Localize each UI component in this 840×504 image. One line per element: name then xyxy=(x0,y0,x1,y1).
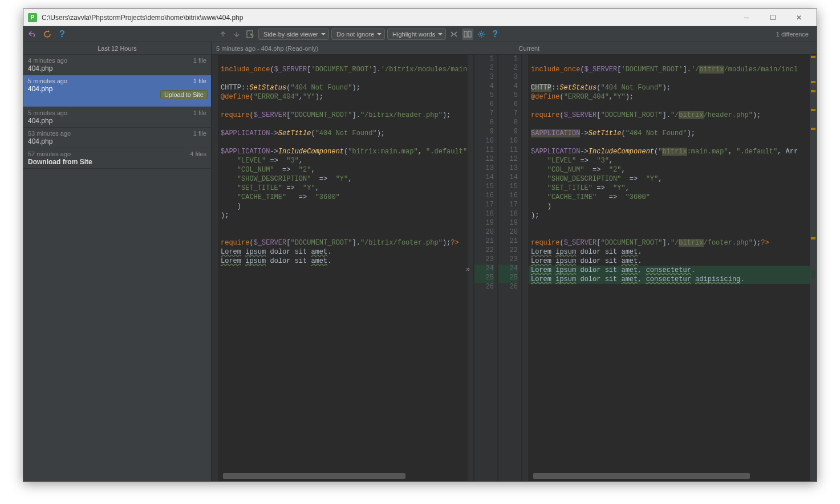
highlight-mode-combo[interactable]: Highlight words xyxy=(387,29,446,40)
added-marker[interactable] xyxy=(811,270,815,279)
svg-rect-2 xyxy=(468,31,471,37)
close-button[interactable]: ✕ xyxy=(786,10,812,26)
left-right-gutter: » xyxy=(467,55,474,481)
history-time: 53 minutes ago xyxy=(28,130,71,137)
maximize-button[interactable]: ☐ xyxy=(760,10,786,26)
toolbar: ? Side-by-side viewer Do not ignore High… xyxy=(23,26,817,42)
history-list[interactable]: 4 minutes ago1 file 404.php 5 minutes ag… xyxy=(23,55,211,481)
history-time: 5 minutes ago xyxy=(28,109,67,116)
history-file: 404.php xyxy=(28,117,206,125)
refresh-icon[interactable] xyxy=(42,29,53,40)
history-file-count: 1 file xyxy=(193,78,206,84)
horizontal-scrollbar[interactable] xyxy=(223,473,405,479)
ignore-mode-combo[interactable]: Do not ignore xyxy=(331,29,385,40)
warning-marker[interactable] xyxy=(811,81,815,83)
help-icon[interactable]: ? xyxy=(56,29,68,40)
history-item[interactable]: 4 minutes ago1 file 404.php xyxy=(23,55,211,75)
diff-headers: 5 minutes ago - 404.php (Read-only) Curr… xyxy=(212,42,817,55)
right-fold-gutter xyxy=(522,55,529,481)
viewer-mode-combo[interactable]: Side-by-side viewer xyxy=(258,29,329,40)
minimize-button[interactable]: ─ xyxy=(733,10,760,26)
app-icon: P xyxy=(28,13,37,22)
middle-gutter: 1234567891011121314151617181920212223242… xyxy=(474,55,522,481)
warning-marker[interactable] xyxy=(811,56,815,58)
local-history-sidebar: Last 12 Hours 4 minutes ago1 file 404.ph… xyxy=(23,42,212,481)
diff-header-right: Current xyxy=(514,42,817,54)
main-body: Last 12 Hours 4 minutes ago1 file 404.ph… xyxy=(23,42,817,481)
upload-badge: Upload to Site xyxy=(160,90,208,99)
diff-header-left: 5 minutes ago - 404.php (Read-only) xyxy=(212,42,514,54)
history-file: 404.php xyxy=(28,64,206,72)
history-item[interactable]: 57 minutes ago4 files Download from Site xyxy=(23,148,211,169)
history-time: 57 minutes ago xyxy=(28,151,71,157)
marker-strip[interactable] xyxy=(810,55,817,481)
right-line-numbers: 1234567891011121314151617181920212223242… xyxy=(498,55,522,481)
history-file-count: 1 file xyxy=(193,57,206,64)
warning-marker[interactable] xyxy=(811,237,815,239)
left-line-numbers: 1234567891011121314151617181920212223242… xyxy=(474,55,498,481)
svg-point-3 xyxy=(480,33,482,35)
ide-window: P C:\Users\zavvla\PhpstormProjects\demo\… xyxy=(23,9,817,482)
edit-source-icon[interactable] xyxy=(245,29,256,40)
difference-count: 1 difference xyxy=(776,31,809,38)
right-pane: include_once($_SERVER['DOCUMENT_ROOT'].'… xyxy=(522,55,817,481)
history-time: 5 minutes ago xyxy=(28,78,67,84)
left-code[interactable]: include_once($_SERVER['DOCUMENT_ROOT'].'… xyxy=(218,55,467,481)
history-file-count: 4 files xyxy=(190,151,206,157)
history-file-count: 1 file xyxy=(193,130,206,137)
arrow-up-icon[interactable] xyxy=(217,29,229,40)
undo-icon[interactable] xyxy=(27,29,38,40)
help-icon-2[interactable]: ? xyxy=(489,29,501,40)
left-pane: include_once($_SERVER['DOCUMENT_ROOT'].'… xyxy=(212,55,474,481)
settings-icon[interactable] xyxy=(476,29,487,40)
svg-rect-1 xyxy=(464,31,467,37)
history-time: 4 minutes ago xyxy=(28,57,67,64)
window-controls: ─ ☐ ✕ xyxy=(733,10,812,26)
insert-chevron-icon[interactable]: » xyxy=(466,266,470,274)
warning-marker[interactable] xyxy=(811,90,815,92)
horizontal-scrollbar[interactable] xyxy=(533,473,750,479)
sync-scroll-icon[interactable] xyxy=(462,29,473,40)
titlebar: P C:\Users\zavvla\PhpstormProjects\demo\… xyxy=(23,9,817,26)
history-file-count: 1 file xyxy=(193,109,206,116)
warning-marker[interactable] xyxy=(811,109,815,111)
left-fold-gutter xyxy=(212,55,218,481)
warning-marker[interactable] xyxy=(811,128,815,130)
diff-area: 5 minutes ago - 404.php (Read-only) Curr… xyxy=(212,42,817,481)
history-item[interactable]: 5 minutes ago1 file 404.php xyxy=(23,107,211,128)
collapse-icon[interactable] xyxy=(448,29,460,40)
arrow-down-icon[interactable] xyxy=(231,29,242,40)
history-item[interactable]: 5 minutes ago1 file 404.php Upload to Si… xyxy=(23,75,211,107)
history-file: Download from Site xyxy=(28,158,206,166)
history-file: 404.php xyxy=(28,137,206,145)
sidebar-header: Last 12 Hours xyxy=(23,42,211,55)
history-item[interactable]: 53 minutes ago1 file 404.php xyxy=(23,128,211,148)
diff-panes: include_once($_SERVER['DOCUMENT_ROOT'].'… xyxy=(212,55,817,481)
window-title: C:\Users\zavvla\PhpstormProjects\demo\ho… xyxy=(42,14,733,22)
right-code[interactable]: include_once($_SERVER['DOCUMENT_ROOT'].'… xyxy=(529,55,810,481)
